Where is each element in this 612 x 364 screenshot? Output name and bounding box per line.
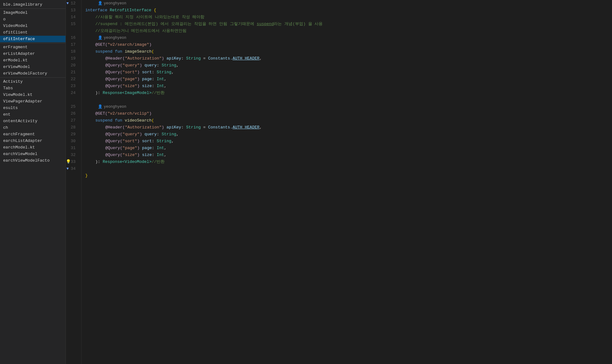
comment-14-link: suspend — [257, 21, 274, 28]
close-paren-23: ): — [95, 90, 103, 96]
annotation-query-30-close: ) — [137, 145, 142, 152]
type-response-23: Response<ImageModel> — [103, 90, 151, 96]
annotation-query-20-close: ) — [137, 69, 142, 76]
annotation-query-28: @Query( — [105, 131, 123, 138]
string-29: "sort" — [123, 138, 137, 145]
fold-34[interactable]: ▼ — [66, 165, 69, 172]
sidebar-item-searchmodel[interactable]: earchModel.kt — [0, 144, 66, 151]
gutter-32: 32 — [66, 152, 78, 159]
param-size-22: size — [142, 83, 152, 90]
gutter-28: 28 — [66, 124, 78, 131]
code-line-18: @Header("Authorization") apiKey : String… — [85, 55, 612, 62]
const-18: Constants. — [208, 55, 233, 62]
param-page-21: page — [142, 76, 152, 83]
line-numbers: ▼ 12 13 14 15 16 17 18 19 20 21 22 23 24… — [66, 0, 82, 364]
sidebar-item-erviewmodel[interactable]: erViewModel — [0, 64, 66, 70]
comma-31: , — [164, 152, 166, 159]
string-16: "v2/search/image" — [108, 41, 149, 48]
sidebar-item-results[interactable]: esults — [0, 105, 66, 111]
sidebar-item-viewpageradapter[interactable]: ViewPagerAdapter — [0, 98, 66, 105]
sidebar-item-tabs[interactable]: Tabs — [0, 85, 66, 91]
sidebar-item-ermodel[interactable]: erModel.kt — [0, 57, 66, 64]
gutter-author2 — [66, 96, 78, 103]
type-int-30: Int — [157, 145, 164, 152]
author-icon-2: 👤 — [98, 34, 103, 41]
divider3 — [0, 77, 66, 78]
sidebar-item-o[interactable]: o — [0, 16, 66, 23]
gutter-34: ▼ 34 — [66, 165, 78, 172]
sidebar-item-imagelibrary[interactable]: ble.imagelibrary — [0, 1, 66, 8]
sidebar-item-searchviewmodel[interactable]: earchViewModel — [0, 151, 66, 157]
author-icon-1: 👤 — [98, 0, 103, 7]
annotation-query-22: @Query( — [105, 83, 123, 90]
string-20: "sort" — [123, 69, 137, 76]
code-line-21: @Query("page") page : Int , — [85, 76, 612, 83]
kw-suspend-17: suspend — [95, 48, 115, 55]
param-page-30: page — [142, 145, 152, 152]
type-int-22: Int — [157, 83, 164, 90]
code-line-27: @Header("Authorization") apiKey : String… — [85, 124, 612, 131]
sidebar-item-activity[interactable]: Activity — [0, 78, 66, 85]
sidebar-item-erlistadapter[interactable]: erListAdapter — [0, 50, 66, 57]
comma-18: , — [260, 55, 262, 62]
comma-22: , — [164, 83, 166, 90]
sidebar-item-searchviewmodelfactory[interactable]: earchViewModelFacto — [0, 157, 66, 164]
comment-13: //사용할 쿼리 지정 사이트에 나와있는대로 작성 해야함 — [95, 14, 204, 21]
close-brace-34: } — [85, 172, 88, 179]
sidebar-item-ch[interactable]: ch — [0, 124, 66, 131]
gutter-31: 31 — [66, 145, 78, 152]
code-line-32: ): Response<VideoModel> //반환 — [85, 159, 612, 165]
close-paren-32: ): — [95, 159, 103, 165]
bulb-33[interactable]: 💡 — [66, 159, 71, 165]
op-28: : — [157, 131, 162, 138]
fold-12[interactable]: ▼ — [66, 0, 69, 7]
code-line-34: } — [85, 172, 612, 179]
gutter-16: 16 — [66, 34, 78, 41]
op-27: : — [181, 124, 186, 131]
annotation-query-29: @Query( — [105, 138, 123, 145]
file-tree[interactable]: ble.imagelibrary ImageModel o VideoModel… — [0, 0, 66, 364]
gutter-20: 20 — [66, 62, 78, 69]
annotation-query-20: @Query( — [105, 69, 123, 76]
sidebar-item-ent[interactable]: ent — [0, 111, 66, 118]
sidebar-item-viewmodel[interactable]: ViewModel.kt — [0, 91, 66, 98]
annotation-get-16-close: ) — [149, 41, 152, 48]
sidebar-item-imagemodel[interactable]: ImageModel — [0, 9, 66, 16]
string-27: "Authorization" — [125, 124, 161, 131]
annotation-header-27-close: ) — [161, 124, 166, 131]
author-name-1: yeonghyeon — [104, 0, 126, 7]
annotation-header-27: @Header( — [105, 124, 125, 131]
type-int-21: Int — [157, 76, 164, 83]
annotation-query-29-close: ) — [137, 138, 142, 145]
param-sort-20: sort — [142, 69, 152, 76]
code-line-31: @Query("size") size : Int , — [85, 152, 612, 159]
comma-30: , — [164, 145, 166, 152]
op-29: : — [152, 138, 157, 145]
sidebar-item-ofitinterface[interactable]: ofitInterface — [0, 36, 66, 42]
code-line-19: @Query("query") query : String , — [85, 62, 612, 69]
annotation-query-31-close: ) — [137, 152, 142, 159]
gutter-22: 22 — [66, 76, 78, 83]
author-name-3: yeonghyeon — [104, 103, 126, 110]
annotation-header-18: @Header( — [105, 55, 125, 62]
type-response-32: Response<VideoModel> — [103, 159, 151, 165]
comma-27: , — [260, 124, 262, 131]
code-line-12: interface RetrofitInterface { — [85, 7, 612, 14]
annotation-query-21: @Query( — [105, 76, 123, 83]
sidebar-item-erviewmodelfactory[interactable]: erViewModelFactory — [0, 70, 66, 77]
gutter-27: 27 — [66, 117, 78, 124]
param-apikey-18: apiKey — [166, 55, 181, 62]
annotation-get-16: @GET( — [95, 41, 108, 48]
fn-imagesearch: imageSearch — [125, 48, 152, 55]
sidebar-item-erfragment[interactable]: erFragment — [0, 44, 66, 50]
sidebar-item-videomodel[interactable]: VideoModel — [0, 23, 66, 29]
sidebar-item-contentactivity[interactable]: ontentActivity — [0, 118, 66, 124]
gutter-12: ▼ 12 — [66, 0, 78, 7]
sidebar-item-ofitclient[interactable]: ofitClient — [0, 29, 66, 36]
op-20: : — [152, 69, 157, 76]
sidebar-item-searchlistadapter[interactable]: earchListAdapter — [0, 138, 66, 144]
gutter-15: 15 — [66, 21, 78, 28]
sidebar-item-searchfragment[interactable]: earchFragment — [0, 131, 66, 138]
string-25: "v2/search/vclip" — [108, 110, 149, 117]
annotation-query-19: @Query( — [105, 62, 123, 69]
